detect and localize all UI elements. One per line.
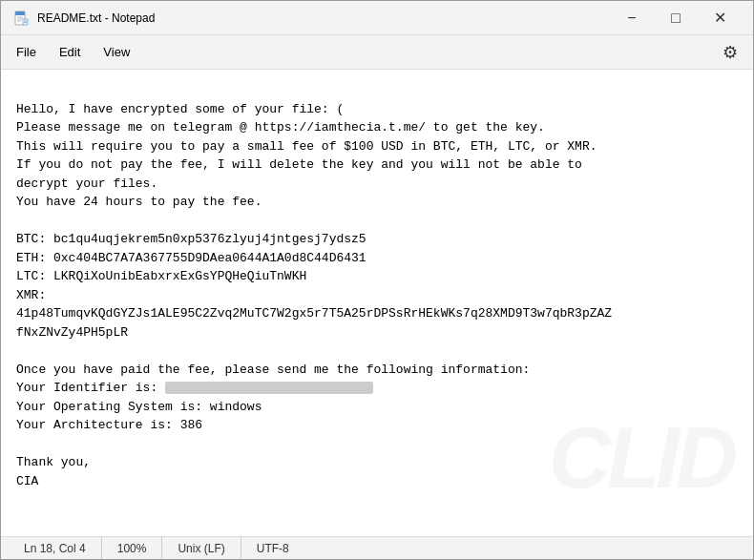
notepad-window: README.txt - Notepad − □ ✕ File Edit Vie… [0, 0, 754, 560]
window-title: README.txt - Notepad [37, 11, 610, 25]
line-7: BTC: bc1qu4uqjekrem5n0xp5376zlyuj4jntges… [16, 232, 367, 246]
line-17: Thank you, [16, 455, 91, 469]
zoom-level: 100% [102, 537, 163, 559]
svg-rect-5 [23, 19, 28, 25]
menu-bar: File Edit View ⚙ [1, 35, 753, 70]
line-9: LTC: LKRQiXoUnibEabxrxExGsYPQHeQiuTnWKH [16, 269, 306, 283]
menu-edit[interactable]: Edit [48, 41, 92, 63]
line-14: Your Identifier is: [16, 381, 373, 395]
line-8: ETH: 0xc404BC7A7A367755D9DAea0644A1A0d8C… [16, 251, 367, 265]
editor-content: Hello, I have encrypted some of your fil… [16, 81, 738, 509]
maximize-button[interactable]: □ [654, 1, 698, 35]
menu-file[interactable]: File [5, 41, 48, 63]
status-bar: Ln 18, Col 4 100% Unix (LF) UTF-8 [1, 536, 753, 559]
minimize-button[interactable]: − [610, 1, 654, 35]
app-icon [12, 10, 30, 27]
line-18: CIA [16, 474, 38, 488]
editor-area[interactable]: Hello, I have encrypted some of your fil… [1, 70, 753, 536]
cursor-position: Ln 18, Col 4 [9, 537, 102, 559]
line-15: Your Operating System is: windows [16, 400, 262, 414]
line-5: decrypt your files. [16, 176, 157, 191]
line-11: 41p48TumqvKQdGYZJs1ALE95C2Zvq2MuTC7W2gx5… [16, 306, 612, 321]
line-16: Your Architecture is: 386 [16, 418, 202, 432]
line-1: Hello, I have encrypted some of your fil… [16, 102, 344, 116]
line-4: If you do not pay the fee, I will delete… [16, 157, 582, 172]
line-12: fNxZNvZy4PH5pLR [16, 325, 128, 340]
line-2: Please message me on telegram @ https://… [16, 120, 545, 135]
menu-view[interactable]: View [92, 41, 141, 63]
window-controls: − □ ✕ [610, 1, 742, 35]
title-bar: README.txt - Notepad − □ ✕ [1, 1, 753, 35]
line-13: Once you have paid the fee, please send … [16, 363, 530, 377]
encoding: UTF-8 [241, 537, 304, 559]
svg-rect-1 [15, 11, 25, 15]
identifier-blurred [165, 382, 373, 394]
close-button[interactable]: ✕ [698, 1, 742, 35]
settings-icon[interactable]: ⚙ [719, 39, 742, 66]
line-6: You have 24 hours to pay the fee. [16, 195, 262, 209]
line-10: XMR: [16, 288, 46, 302]
line-3: This will require you to pay a small fee… [16, 139, 597, 154]
line-ending: Unix (LF) [162, 537, 241, 559]
